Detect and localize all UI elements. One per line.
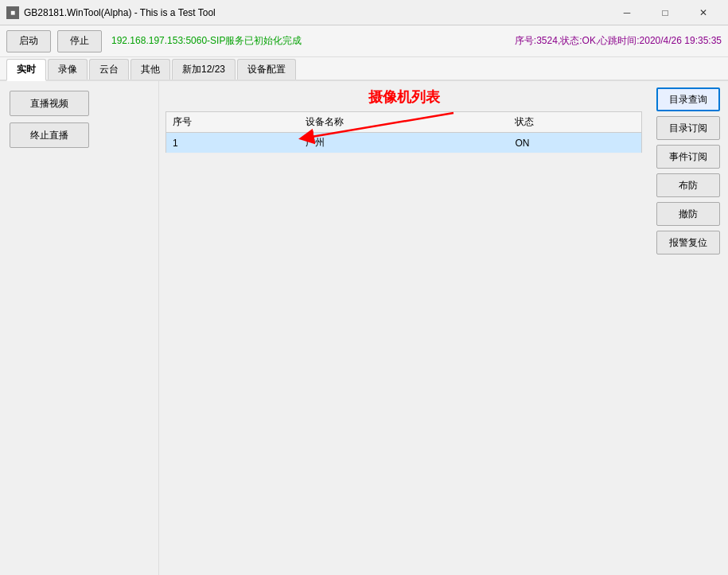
col-status: 状态 (508, 112, 641, 133)
heartbeat-status: 序号:3524,状态:OK,心跳时间:2020/4/26 19:35:35 (515, 34, 722, 48)
cell-status: ON (508, 133, 641, 153)
tab-bar: 实时 录像 云台 其他 新加12/23 设备配置 (0, 57, 728, 81)
col-id: 序号 (166, 112, 299, 133)
tab-realtime[interactable]: 实时 (6, 59, 46, 81)
app-icon: ■ (6, 6, 19, 19)
camera-list-area: 摄像机列表 序号 设备名称 状态 1 广州 ON (159, 81, 648, 575)
catalog-subscribe-button[interactable]: 目录订阅 (656, 116, 720, 140)
maximize-button[interactable]: □ (647, 0, 683, 25)
event-subscribe-button[interactable]: 事件订阅 (656, 145, 720, 169)
tab-other[interactable]: 其他 (130, 59, 170, 80)
start-button[interactable]: 启动 (6, 30, 51, 52)
center-panel: 摄像机列表 序号 设备名称 状态 1 广州 ON (159, 81, 648, 575)
deploy-button[interactable]: 布防 (656, 173, 720, 197)
col-name: 设备名称 (299, 112, 509, 133)
camera-table: 序号 设备名称 状态 1 广州 ON (165, 111, 642, 153)
close-button[interactable]: ✕ (685, 0, 722, 25)
stop-live-button[interactable]: 终止直播 (10, 122, 89, 148)
minimize-button[interactable]: ─ (609, 0, 645, 25)
window-controls: ─ □ ✕ (609, 0, 722, 25)
window-title: GB28181.WinTool(Alpha) - This is a Test … (24, 7, 609, 18)
titlebar: ■ GB28181.WinTool(Alpha) - This is a Tes… (0, 0, 728, 25)
toolbar: 启动 停止 192.168.197.153:5060-SIP服务已初始化完成 序… (0, 25, 728, 57)
tab-device-config[interactable]: 设备配置 (237, 59, 296, 80)
tab-recording[interactable]: 录像 (48, 59, 88, 80)
alarm-reset-button[interactable]: 报警复位 (656, 231, 720, 254)
cell-name: 广州 (299, 133, 509, 153)
table-row[interactable]: 1 广州 ON (166, 133, 642, 153)
undeploy-button[interactable]: 撤防 (656, 202, 720, 226)
tab-ptz[interactable]: 云台 (89, 59, 129, 80)
camera-list-title: 摄像机列表 (165, 87, 642, 107)
cell-id: 1 (166, 133, 299, 153)
main-area: 直播视频 终止直播 摄像机列表 序号 设备名称 状态 (0, 81, 728, 575)
right-panel: 目录查询 目录订阅 事件订阅 布防 撤防 报警复位 (648, 81, 728, 575)
stop-button[interactable]: 停止 (57, 30, 102, 52)
catalog-query-button[interactable]: 目录查询 (656, 87, 720, 111)
tab-new1223[interactable]: 新加12/23 (172, 59, 236, 80)
live-video-button[interactable]: 直播视频 (10, 91, 89, 116)
left-panel: 直播视频 终止直播 (0, 81, 159, 575)
connection-status: 192.168.197.153:5060-SIP服务已初始化完成 (111, 34, 302, 48)
